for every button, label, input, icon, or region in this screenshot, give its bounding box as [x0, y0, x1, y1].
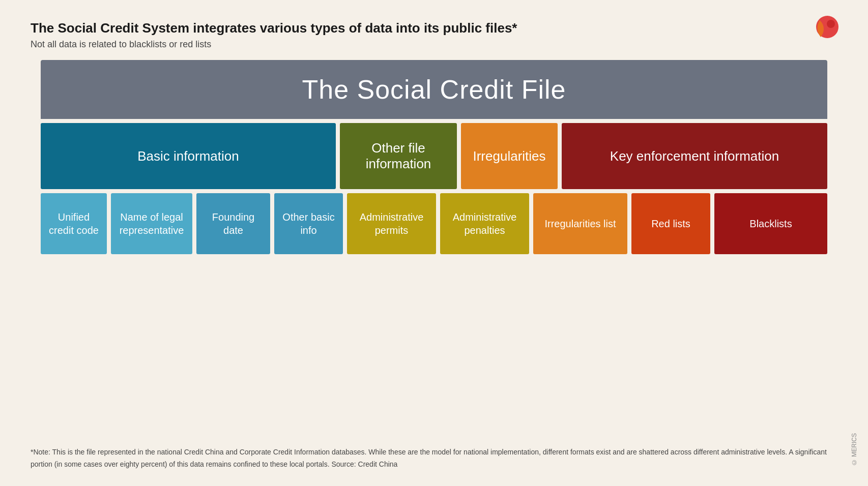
sub-admin-permits: Administrative permits	[347, 193, 436, 254]
category-row: Basic information Other file information…	[41, 123, 827, 189]
logo-area	[809, 13, 843, 48]
sub-admin-penalties: Administrative penalties	[440, 193, 529, 254]
category-key-enforcement: Key enforcement information	[562, 123, 827, 189]
top-banner: The Social Credit File	[41, 60, 827, 119]
merics-logo	[809, 13, 843, 46]
category-basic: Basic information	[41, 123, 336, 189]
svg-point-2	[827, 20, 835, 28]
page-title: The Social Credit System integrates vari…	[31, 20, 837, 36]
subcategory-row: Unified credit code Name of legal repres…	[41, 193, 827, 254]
header: The Social Credit System integrates vari…	[31, 20, 837, 50]
sub-founding-date: Founding date	[196, 193, 270, 254]
page-wrapper: The Social Credit System integrates vari…	[0, 0, 868, 486]
sub-unified-credit: Unified credit code	[41, 193, 107, 254]
sub-other-basic: Other basic info	[274, 193, 343, 254]
category-irregularities: Irregularities	[461, 123, 558, 189]
sub-red-lists: Red lists	[631, 193, 710, 254]
sub-name-legal: Name of legal representative	[111, 193, 192, 254]
sub-irreg-list: Irregularities list	[533, 193, 627, 254]
page-subtitle: Not all data is related to blacklists or…	[31, 39, 837, 50]
footer-note: *Note: This is the file represented in t…	[31, 446, 837, 471]
diagram-container: The Social Credit File Basic information…	[41, 60, 827, 431]
sub-blacklists: Blacklists	[714, 193, 827, 254]
copyright-text: © MERICS	[851, 433, 858, 466]
category-other-file: Other file information	[340, 123, 457, 189]
